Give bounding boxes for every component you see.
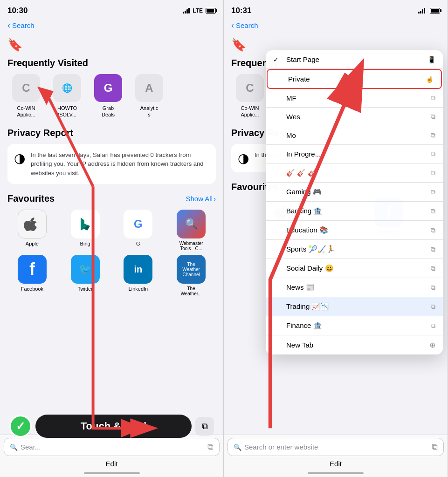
freq-item-cowin[interactable]: C Co-WINApplic... bbox=[7, 74, 45, 118]
dropdown-item-private[interactable]: Private ☝️ bbox=[267, 69, 442, 89]
status-icons-left: LTE bbox=[183, 7, 216, 14]
fav-item-facebook[interactable]: f Facebook bbox=[7, 255, 57, 296]
new-tab-left: New Tab bbox=[273, 341, 313, 349]
freq-row-left: C Co-WINApplic... 🌐 HOWTOISOLV... G Grab… bbox=[0, 74, 223, 128]
touch-hold-overlay: ✓ Touch & Hold ⧉ bbox=[9, 415, 214, 438]
news-left: News 📰 bbox=[273, 283, 315, 292]
fav-label-wm: WebmasterTools - C... bbox=[179, 241, 203, 251]
dropdown-item-banking[interactable]: Banking 🏦 ⧉ bbox=[266, 202, 443, 221]
right-phone-panel: 10:31 ‹ Search 🔖 Frequently C Co-WINAppl… bbox=[224, 0, 448, 477]
mo-left: Mo bbox=[273, 131, 296, 139]
fav-item-weather[interactable]: TheWeatherChannel TheWeather... bbox=[166, 255, 216, 296]
checkmark-circle: ✓ bbox=[9, 415, 32, 437]
touch-hold-pill[interactable]: Touch & Hold bbox=[35, 415, 192, 438]
new-tab-text: New Tab bbox=[286, 341, 313, 349]
gaming-text: Gaming 🎮 bbox=[286, 188, 322, 196]
tabs-icon-left[interactable]: ⧉ bbox=[207, 442, 214, 452]
dropdown-item-inprogre[interactable]: In Progre... ⧉ bbox=[266, 145, 443, 164]
dropdown-item-trading[interactable]: Trading 📈📉 ⧉ bbox=[266, 297, 443, 316]
fav-label-linkedin: LinkedIn bbox=[129, 286, 148, 292]
signal-icon bbox=[183, 8, 190, 14]
dropdown-item-gaming[interactable]: Gaming 🎮 ⧉ bbox=[266, 183, 443, 202]
fav-item-apple[interactable]: Apple bbox=[7, 210, 57, 251]
bookmark-bar-left: 🔖 bbox=[0, 34, 223, 58]
left-phone-panel: 10:30 LTE ‹ Search 🔖 Frequently Visited … bbox=[0, 0, 224, 477]
freq-item-howto[interactable]: 🌐 HOWTOISOLV... bbox=[48, 74, 86, 118]
status-bar-right: 10:31 bbox=[224, 0, 448, 19]
dropdown-item-sports[interactable]: Sports 🎾🏑🏃 ⧉ bbox=[266, 240, 443, 259]
dropdown-item-guitars[interactable]: 🎸 🎸 🎸 ⧉ bbox=[266, 164, 443, 183]
status-bar-left: 10:30 LTE bbox=[0, 0, 223, 19]
fav-item-bing[interactable]: Bing bbox=[61, 210, 110, 251]
tabs-icon-right[interactable]: ⧉ bbox=[432, 442, 438, 452]
search-bar-right[interactable]: 🔍 Search or enter website ⧉ bbox=[227, 438, 444, 456]
freq-item-cowin-r[interactable]: C Co-WINApplic... bbox=[231, 74, 269, 118]
freq-icon-analytics: A bbox=[135, 74, 163, 102]
fav-grid-left: Apple Bing G G 🔍 WebmasterTools - C... bbox=[0, 210, 223, 304]
copy-icon-finance: ⧉ bbox=[431, 322, 435, 330]
gaming-left: Gaming 🎮 bbox=[273, 188, 322, 196]
back-button-left[interactable]: ‹ Search bbox=[7, 20, 34, 30]
plus-icon-new-tab: ⊕ bbox=[429, 341, 435, 349]
freq-item-analytics[interactable]: A Analytics bbox=[131, 74, 168, 118]
bookmark-icon-right[interactable]: 🔖 bbox=[231, 38, 246, 52]
fav-item-google[interactable]: G G bbox=[114, 210, 163, 251]
freq-icon-grab: G bbox=[94, 74, 122, 102]
back-button-right[interactable]: ‹ Search bbox=[231, 20, 258, 30]
touch-hold-text: Touch & Hold bbox=[81, 420, 146, 432]
copy-icon-guitars: ⧉ bbox=[431, 169, 435, 177]
finance-left: Finance 🏦 bbox=[273, 321, 322, 330]
fav-label-weather: TheWeather... bbox=[180, 286, 201, 296]
dropdown-item-education[interactable]: Education 📚 ⧉ bbox=[266, 221, 443, 240]
bookmark-icon-left[interactable]: 🔖 bbox=[7, 38, 22, 52]
fav-icon-facebook: f bbox=[18, 255, 47, 284]
fav-label-bing: Bing bbox=[80, 241, 90, 246]
copy-icon-banking: ⧉ bbox=[431, 207, 435, 215]
mf-left: MF bbox=[273, 94, 296, 102]
dropdown-item-mo[interactable]: Mo ⧉ bbox=[266, 126, 443, 145]
banking-left: Banking 🏦 bbox=[273, 207, 322, 215]
fav-label-google: G bbox=[136, 241, 140, 246]
apple-logo-svg bbox=[24, 216, 41, 232]
fav-item-wm[interactable]: 🔍 WebmasterTools - C... bbox=[166, 210, 216, 251]
copy-icon-social: ⧉ bbox=[431, 265, 435, 273]
fav-label-apple: Apple bbox=[26, 241, 39, 246]
fav-icon-weather: TheWeatherChannel bbox=[177, 255, 206, 284]
freq-icon-cowin-r: C bbox=[236, 74, 264, 102]
sports-text: Sports 🎾🏑🏃 bbox=[286, 245, 335, 253]
search-bar-left[interactable]: 🔍 Sear... ⧉ bbox=[4, 438, 220, 456]
dropdown-item-wes[interactable]: Wes ⧉ bbox=[266, 108, 443, 126]
shield-icon-right: ◑ bbox=[238, 150, 249, 166]
freq-label-analytics: Analytics bbox=[140, 105, 159, 118]
dropdown-item-social[interactable]: Social Daily 😀 ⧉ bbox=[266, 259, 443, 278]
home-indicator-right bbox=[308, 472, 364, 474]
fav-icon-wm: 🔍 bbox=[177, 210, 206, 238]
dropdown-item-start-page[interactable]: ✓ Start Page 📱 bbox=[266, 50, 443, 69]
copy-icon-trading: ⧉ bbox=[431, 303, 435, 311]
back-arrow-right: ‹ bbox=[231, 20, 234, 30]
fav-show-all-left[interactable]: Show All › bbox=[186, 195, 216, 203]
dropdown-item-news[interactable]: News 📰 ⧉ bbox=[266, 278, 443, 297]
freq-visited-title-left: Frequently Visited bbox=[0, 58, 223, 74]
time-right: 10:31 bbox=[231, 6, 251, 15]
battery-icon bbox=[206, 8, 216, 14]
dropdown-item-finance[interactable]: Finance 🏦 ⧉ bbox=[266, 316, 443, 335]
dropdown-item-new-tab[interactable]: New Tab ⊕ bbox=[266, 335, 443, 354]
bing-logo-svg bbox=[77, 216, 94, 232]
fav-icon-twitter: 🐦 bbox=[71, 255, 100, 284]
back-label-left: Search bbox=[12, 21, 34, 29]
battery-icon-right bbox=[430, 8, 440, 14]
fav-item-linkedin[interactable]: in LinkedIn bbox=[114, 255, 163, 296]
fav-item-twitter[interactable]: 🐦 Twitter bbox=[61, 255, 110, 296]
trading-text: Trading 📈📉 bbox=[286, 302, 329, 311]
tab-bar-right: 🔍 Search or enter website ⧉ Edit bbox=[224, 435, 448, 477]
freq-icon-howto: 🌐 bbox=[53, 74, 81, 102]
freq-item-grab[interactable]: G GrabDeals bbox=[90, 74, 127, 118]
dropdown-item-mf[interactable]: MF ⧉ bbox=[266, 89, 443, 108]
status-icons-right bbox=[418, 8, 440, 14]
edit-label-left: Edit bbox=[4, 460, 220, 468]
search-placeholder-right: Search or enter website bbox=[244, 443, 432, 451]
copy-icon-mf: ⧉ bbox=[431, 94, 435, 102]
tab-group-dropdown: ✓ Start Page 📱 Private ☝️ MF ⧉ W bbox=[266, 50, 443, 354]
copy-icon-pill[interactable]: ⧉ bbox=[195, 417, 214, 436]
